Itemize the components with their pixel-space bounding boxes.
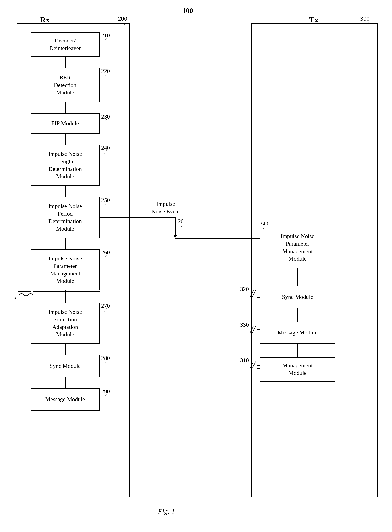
vline-event-down bbox=[175, 217, 176, 235]
rx-label: Rx bbox=[40, 15, 50, 24]
hline-wavy-right bbox=[33, 291, 100, 292]
fig-caption: Fig. 1 bbox=[158, 507, 175, 516]
diagram: 100 Rx Tx 200 ∕ 300 ∕ Decoder/Deinterlea… bbox=[0, 0, 392, 532]
hline-event-tx bbox=[175, 238, 260, 239]
vline-280-290 bbox=[65, 377, 65, 388]
num-320: 320 bbox=[240, 286, 249, 293]
n-290: ∕ bbox=[105, 393, 106, 398]
module-fip: FIP Module bbox=[31, 113, 100, 133]
n-340: ∕ bbox=[264, 225, 264, 230]
n-210: ∕ bbox=[105, 37, 106, 42]
hline-310-right bbox=[257, 368, 260, 369]
vline-210-220 bbox=[65, 57, 65, 68]
vline-230-240 bbox=[65, 133, 65, 145]
module-inpm-rx: Impulse NoiseParameterManagementModule bbox=[31, 249, 100, 290]
diagram-title: 100 bbox=[182, 7, 193, 15]
n-20: ∕ bbox=[182, 223, 182, 228]
n-280: ∕ bbox=[105, 360, 106, 365]
num-330: 330 bbox=[240, 321, 249, 328]
arrow-event bbox=[173, 235, 177, 238]
n-260: ∕ bbox=[105, 254, 106, 259]
label-5: 5 bbox=[13, 294, 16, 300]
vline-240-250 bbox=[65, 186, 65, 197]
vline-250-260 bbox=[65, 238, 65, 249]
num-20: 20 bbox=[178, 218, 184, 225]
module-sync-tx: Sync Module bbox=[260, 286, 335, 308]
vline-txsync-txmsg bbox=[297, 308, 298, 321]
vline-340-txsync bbox=[297, 268, 298, 286]
module-inpm-tx: Impulse NoiseParameterManagementModule bbox=[260, 227, 335, 268]
vline-270-280 bbox=[65, 344, 65, 355]
module-message-rx: Message Module bbox=[31, 388, 100, 410]
hline-330-right bbox=[257, 333, 260, 333]
wavy-line-5 bbox=[18, 292, 34, 298]
module-inp-determination: Impulse NoisePeriodDeterminationModule bbox=[31, 197, 100, 238]
hline-330-left bbox=[257, 329, 260, 330]
n-230: ∕ bbox=[105, 118, 106, 123]
hline-wavy-left bbox=[18, 291, 31, 292]
hline-320-right bbox=[257, 297, 260, 298]
n-250: ∕ bbox=[105, 202, 106, 207]
n-220: ∕ bbox=[105, 73, 106, 78]
module-sync-rx: Sync Module bbox=[31, 355, 100, 377]
n-270: ∕ bbox=[105, 307, 106, 313]
module-inl-determination: Impulse NoiseLengthDeterminationModule bbox=[31, 145, 100, 186]
tx-label: Tx bbox=[309, 15, 318, 24]
module-inpa: Impulse NoiseProtectionAdaptationModule bbox=[31, 303, 100, 344]
vline-txmsg-txmgmt bbox=[297, 344, 298, 357]
n-240: ∕ bbox=[105, 150, 106, 155]
module-ber-detection: BERDetectionModule bbox=[31, 68, 100, 102]
module-management-tx: ManagementModule bbox=[260, 357, 335, 381]
module-decoder-deinterleaver: Decoder/Deinterleaver bbox=[31, 32, 100, 57]
impulse-noise-event-label: ImpulseNoise Event bbox=[146, 200, 186, 215]
hline-320-left bbox=[257, 294, 260, 294]
vline-260-270 bbox=[65, 290, 65, 303]
num-310: 310 bbox=[240, 357, 249, 364]
module-message-tx: Message Module bbox=[260, 321, 335, 344]
hline-310-left bbox=[257, 365, 260, 366]
hline-event bbox=[100, 217, 175, 218]
vline-220-230 bbox=[65, 102, 65, 113]
